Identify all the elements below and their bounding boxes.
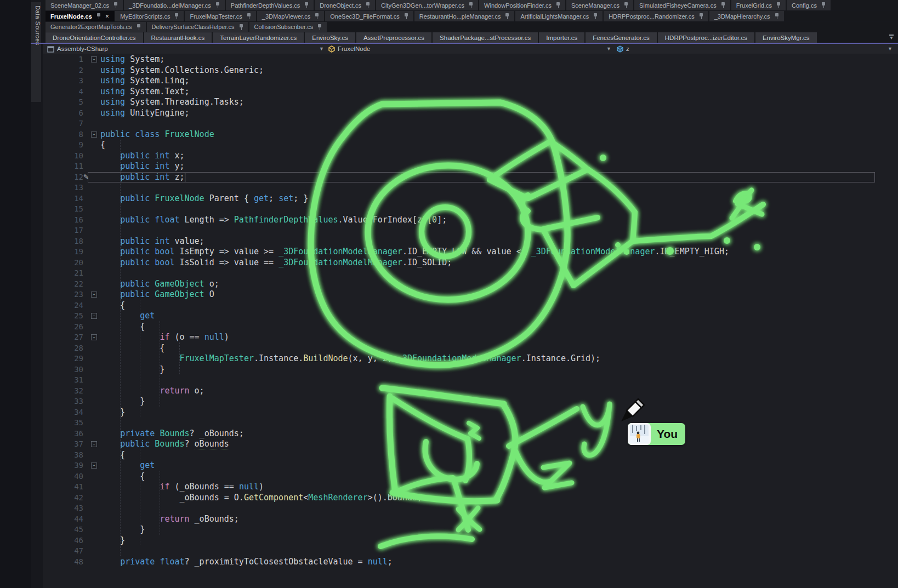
pin-icon[interactable] xyxy=(317,24,322,30)
type-dropdown[interactable]: FruxelNode xyxy=(338,44,370,54)
code-line[interactable]: 31 xyxy=(43,375,898,386)
document-tab[interactable]: SceneManager.cs xyxy=(566,0,633,10)
document-tab[interactable]: _3DMapHierarchy.cs xyxy=(709,11,784,21)
pin-icon[interactable] xyxy=(404,13,408,19)
document-tab[interactable]: FruxelGrid.cs xyxy=(731,0,786,10)
document-tab[interactable]: MyEditorScripts.cs xyxy=(115,11,184,21)
code-line[interactable]: 21 xyxy=(43,268,898,279)
pin-icon[interactable] xyxy=(624,2,628,8)
code-line[interactable]: 17 xyxy=(43,225,898,236)
pin-icon[interactable] xyxy=(821,2,826,8)
fold-marker[interactable]: - xyxy=(91,441,97,447)
pin-icon[interactable] xyxy=(239,24,243,30)
pin-icon[interactable] xyxy=(469,2,473,8)
code-line[interactable]: 24 { xyxy=(43,300,898,311)
code-line[interactable]: 14 public FruxelNode Parent { get; set; … xyxy=(43,193,898,204)
document-tab[interactable]: _3DFoundatio...delManager.cs xyxy=(124,0,225,10)
code-line[interactable]: 46 } xyxy=(43,535,898,546)
code-line[interactable]: 20 public bool IsSolid => value == _3DFo… xyxy=(43,258,898,269)
code-line[interactable]: 23- public GameObject O xyxy=(43,289,898,300)
code-line[interactable]: 36 private Bounds? _oBounds; xyxy=(43,429,898,439)
code-line[interactable]: 6using UnityEngine; xyxy=(43,108,898,119)
code-line[interactable]: 13 xyxy=(43,182,898,193)
pin-icon[interactable] xyxy=(776,2,781,8)
data-sources-vertical-tab[interactable]: Data Sources xyxy=(31,2,41,102)
code-line[interactable]: 29 FruxelMapTester.Instance.BuildNode(x,… xyxy=(43,353,898,364)
code-line[interactable]: 47 xyxy=(43,546,898,557)
code-line[interactable]: 8-public class FruxelNode xyxy=(43,129,898,140)
code-line[interactable]: 37- public Bounds? oBounds xyxy=(43,439,898,450)
fold-marker[interactable]: - xyxy=(91,132,97,138)
pin-icon[interactable] xyxy=(96,13,101,19)
document-tab[interactable]: DroneObject.cs xyxy=(315,0,375,10)
code-line[interactable]: 26 { xyxy=(43,322,898,333)
code-line[interactable]: 15 xyxy=(43,204,898,215)
code-line[interactable]: 44 return _oBounds; xyxy=(43,514,898,525)
code-line[interactable]: 9{ xyxy=(43,140,898,151)
code-line[interactable]: 33 } xyxy=(43,396,898,407)
document-tab[interactable]: PathfinderDepthValues.cs xyxy=(226,0,314,10)
document-tab[interactable]: Config.cs xyxy=(787,0,831,10)
pin-icon[interactable] xyxy=(215,2,220,8)
code-line[interactable]: 34 } xyxy=(43,407,898,418)
code-line[interactable]: 5using System.Threading.Tasks; xyxy=(43,97,898,108)
code-line[interactable]: 27- if (o == null) xyxy=(43,332,898,343)
code-line[interactable]: 48 private float? _proximityToClosestObs… xyxy=(43,557,898,568)
code-line[interactable]: 1-using System; xyxy=(43,54,898,65)
document-tab[interactable]: FruxelNode.cs✕ xyxy=(46,11,114,21)
code-line[interactable]: 32 return o; xyxy=(43,386,898,397)
pin-icon[interactable] xyxy=(556,2,560,8)
code-line[interactable]: 35 xyxy=(43,418,898,429)
close-icon[interactable]: ✕ xyxy=(105,14,110,19)
document-tab[interactable]: FruxelMapTester.cs xyxy=(185,11,255,21)
code-line[interactable]: 22 public GameObject o; xyxy=(43,279,898,290)
document-tab[interactable]: ArtificialLightsManager.cs xyxy=(515,11,603,21)
chevron-down-icon[interactable]: ▼ xyxy=(319,44,324,54)
document-tab[interactable]: AssetPreprocessor.cs xyxy=(356,32,431,43)
code-line[interactable]: 28 { xyxy=(43,343,898,354)
document-tab[interactable]: OneSec3D_FileFormat.cs xyxy=(325,11,413,21)
document-tab[interactable]: CollisionSubscriber.cs xyxy=(249,22,327,32)
code-line[interactable]: 25- get xyxy=(43,311,898,322)
tab-overflow-button[interactable]: ▼ xyxy=(889,35,894,41)
document-tab[interactable]: ShaderPackage...stProcessor.cs xyxy=(433,32,538,43)
document-tab[interactable]: RestaurantHook.cs xyxy=(144,32,212,43)
document-tab[interactable]: TerrainLayerRandomizer.cs xyxy=(213,32,304,43)
document-tab[interactable]: Importer.cs xyxy=(539,32,584,43)
code-line[interactable]: 19 public bool IsEmpty => value >= _3DFo… xyxy=(43,247,898,258)
document-tab[interactable]: HDRPPostproc...Randomizer.cs xyxy=(604,11,708,21)
code-line[interactable]: 30 } xyxy=(43,364,898,375)
code-line[interactable]: 7 xyxy=(43,118,898,129)
code-line[interactable]: 2using System.Collections.Generic; xyxy=(43,65,898,76)
pin-icon[interactable] xyxy=(593,13,598,19)
pin-icon[interactable] xyxy=(315,13,319,19)
pin-icon[interactable] xyxy=(247,13,251,19)
code-line[interactable]: 40 { xyxy=(43,471,898,482)
document-tab[interactable]: CityGen3DGen...torWrapper.cs xyxy=(376,0,478,10)
code-line[interactable]: 41 if (_oBounds == null) xyxy=(43,482,898,493)
pin-icon[interactable] xyxy=(366,2,370,8)
code-line[interactable]: 42 _oBounds = O.GetComponent<MeshRendere… xyxy=(43,493,898,504)
project-dropdown[interactable]: Assembly-CSharp xyxy=(57,44,108,54)
code-line[interactable]: 45 } xyxy=(43,524,898,535)
document-tab[interactable]: SceneManager_02.cs xyxy=(46,0,123,10)
fold-marker[interactable]: - xyxy=(91,313,97,319)
fold-marker[interactable]: - xyxy=(91,56,97,62)
pin-icon[interactable] xyxy=(721,2,725,8)
pin-icon[interactable] xyxy=(113,2,118,8)
document-tab[interactable]: FencesGenerator.cs xyxy=(586,32,657,43)
fold-marker[interactable]: - xyxy=(91,463,97,469)
chevron-down-icon[interactable]: ▼ xyxy=(606,44,611,54)
code-line[interactable]: 10 public int x; xyxy=(43,151,898,162)
document-tab[interactable]: EnviroSkyMgr.cs xyxy=(755,32,817,43)
pin-icon[interactable] xyxy=(505,13,509,19)
code-line[interactable]: 11 public int y; xyxy=(43,161,898,172)
fold-marker[interactable]: - xyxy=(91,292,97,298)
pin-icon[interactable] xyxy=(775,13,779,19)
document-tab[interactable]: _3DMapViewer.cs xyxy=(257,11,324,21)
document-tab[interactable]: HDRPPostproc...izerEditor.cs xyxy=(658,32,754,43)
document-tab[interactable]: EnviroSky.cs xyxy=(305,32,355,43)
pin-icon[interactable] xyxy=(699,13,703,19)
pin-icon[interactable] xyxy=(174,13,179,19)
pin-icon[interactable] xyxy=(137,24,141,30)
